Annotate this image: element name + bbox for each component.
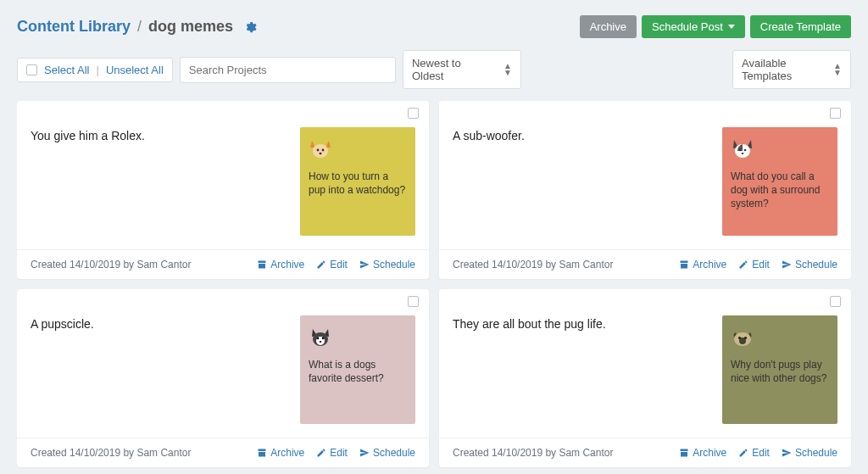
archive-button[interactable]: Archive xyxy=(580,15,637,38)
tile-caption: What do you call a dog with a surround s… xyxy=(731,170,829,211)
sort-label: Newest to Oldest xyxy=(412,57,493,82)
search-input[interactable] xyxy=(180,57,396,83)
card-schedule-action[interactable]: Schedule xyxy=(359,447,415,459)
card-text: A sub-woofer. xyxy=(453,127,710,236)
card-thumbnail: What is a dogs favorite dessert? xyxy=(300,315,415,424)
card-text: You give him a Rolex. xyxy=(31,127,288,236)
card-meta: Created 14/10/2019 by Sam Cantor xyxy=(31,259,191,270)
edit-icon xyxy=(738,259,748,270)
content-library-link[interactable]: Content Library xyxy=(17,18,131,36)
select-controls: Select All | Unselect All xyxy=(17,58,173,82)
card-text: A pupscicle. xyxy=(31,315,288,424)
content-card: You give him a Rolex. How to you turn a … xyxy=(17,101,429,279)
gear-icon[interactable] xyxy=(243,20,257,34)
content-card: A sub-woofer. What do you call a dog wit… xyxy=(439,101,851,279)
card-archive-action[interactable]: Archive xyxy=(679,259,726,270)
dog-icon xyxy=(309,326,332,349)
schedule-post-label: Schedule Post xyxy=(652,20,723,33)
tile-caption: What is a dogs favorite dessert? xyxy=(309,358,407,385)
breadcrumb-sep: / xyxy=(137,18,142,36)
card-schedule-action[interactable]: Schedule xyxy=(359,259,415,270)
archive-icon xyxy=(257,448,267,458)
edit-icon xyxy=(738,448,748,458)
select-all-checkbox[interactable] xyxy=(26,64,37,75)
card-archive-action[interactable]: Archive xyxy=(257,447,304,459)
dog-icon xyxy=(731,326,754,349)
dog-icon xyxy=(731,137,754,161)
schedule-post-button[interactable]: Schedule Post xyxy=(642,15,745,38)
card-edit-action[interactable]: Edit xyxy=(738,447,770,459)
card-edit-action[interactable]: Edit xyxy=(316,447,348,459)
create-template-button[interactable]: Create Template xyxy=(750,15,851,38)
card-checkbox[interactable] xyxy=(830,108,841,119)
content-card: They are all bout the pug life. Why don'… xyxy=(439,289,851,467)
schedule-icon xyxy=(359,448,370,458)
tile-caption: Why don't pugs play nice with other dogs… xyxy=(731,358,829,385)
card-schedule-action[interactable]: Schedule xyxy=(782,259,837,270)
card-edit-action[interactable]: Edit xyxy=(316,259,348,270)
card-checkbox[interactable] xyxy=(408,296,419,307)
content-card: A pupscicle. What is a dogs favorite des… xyxy=(17,289,429,467)
select-divider: | xyxy=(96,64,98,76)
templates-dropdown[interactable]: Available Templates ▲▼ xyxy=(732,50,851,89)
card-meta: Created 14/10/2019 by Sam Cantor xyxy=(453,447,613,459)
updown-icon: ▲▼ xyxy=(833,63,842,76)
card-edit-action[interactable]: Edit xyxy=(738,259,770,270)
edit-icon xyxy=(316,259,326,270)
card-meta: Created 14/10/2019 by Sam Cantor xyxy=(31,447,191,459)
tile-caption: How to you turn a pup into a watchdog? xyxy=(309,170,407,197)
card-archive-action[interactable]: Archive xyxy=(679,447,726,459)
select-all-link[interactable]: Select All xyxy=(44,64,89,76)
header-actions: Archive Schedule Post Create Template xyxy=(580,15,851,38)
card-text: They are all bout the pug life. xyxy=(453,315,710,424)
card-thumbnail: What do you call a dog with a surround s… xyxy=(722,127,837,236)
breadcrumb-folder: dog memes xyxy=(148,18,233,36)
card-thumbnail: How to you turn a pup into a watchdog? xyxy=(300,127,415,236)
archive-icon xyxy=(679,259,689,270)
card-archive-action[interactable]: Archive xyxy=(257,259,304,270)
sort-dropdown[interactable]: Newest to Oldest ▲▼ xyxy=(403,50,521,89)
templates-label: Available Templates xyxy=(742,57,823,82)
card-schedule-action[interactable]: Schedule xyxy=(782,447,837,459)
card-thumbnail: Why don't pugs play nice with other dogs… xyxy=(722,315,837,424)
card-checkbox[interactable] xyxy=(830,296,841,307)
schedule-icon xyxy=(782,448,792,458)
schedule-icon xyxy=(782,259,792,270)
card-meta: Created 14/10/2019 by Sam Cantor xyxy=(453,259,613,270)
caret-down-icon xyxy=(728,25,735,29)
breadcrumb: Content Library / dog memes xyxy=(17,18,257,36)
archive-icon xyxy=(679,448,689,458)
unselect-all-link[interactable]: Unselect All xyxy=(106,64,164,76)
updown-icon: ▲▼ xyxy=(504,63,512,76)
dog-icon xyxy=(309,137,332,161)
card-checkbox[interactable] xyxy=(408,108,419,119)
schedule-icon xyxy=(359,259,370,270)
edit-icon xyxy=(316,448,326,458)
archive-icon xyxy=(257,259,267,270)
